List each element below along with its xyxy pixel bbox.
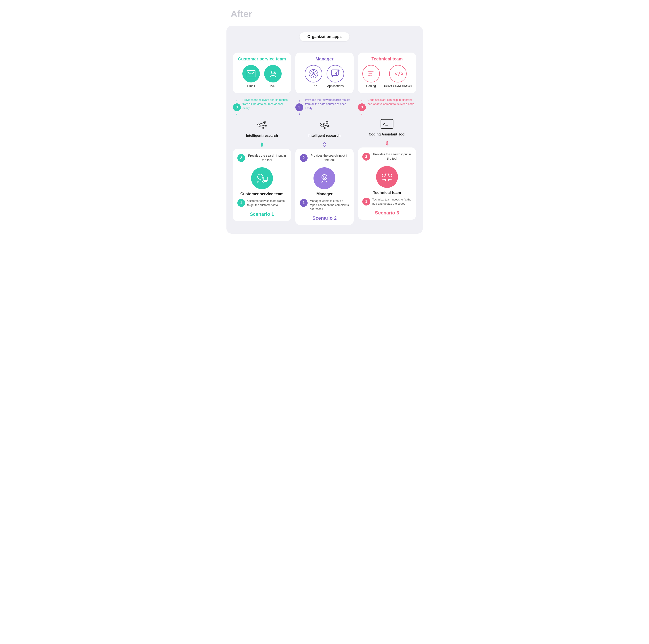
main-container: Organization apps Customer service team	[226, 26, 423, 233]
col-customer: Customer service team Email	[233, 53, 291, 225]
customer-arrows: ↑ 3 ↓	[233, 98, 241, 116]
svg-rect-0	[247, 71, 255, 77]
manager-step3-text: Provides the relevant search results fro…	[305, 98, 350, 110]
svg-text:</>: </>	[394, 71, 403, 77]
svg-point-21	[313, 73, 314, 74]
coding-label: Coding	[366, 84, 376, 88]
manager-header: Manager	[299, 56, 350, 61]
customer-tool-label: Intelligent research	[233, 134, 291, 138]
technical-apps-row: 01000 10001 01001 Coding	[361, 65, 413, 88]
customer-scenario-label: Scenario 1	[237, 211, 287, 217]
technical-tool-label: Coding Assistant Tool	[358, 132, 416, 136]
customer-step3-area: ↑ 3 ↓ Provides the relevant search resul…	[233, 98, 291, 116]
svg-text:>_: >_	[383, 121, 388, 126]
customer-step3-badge: 3	[233, 103, 241, 111]
manager-step2-area: 2 Provides the search input in the tool	[300, 154, 349, 162]
manager-connector-arrow: ⇕	[295, 141, 354, 148]
erp-app: ERP	[305, 65, 322, 88]
technical-tool-icon: >_	[358, 119, 416, 129]
page-wrapper: After Organization apps Customer service…	[226, 9, 423, 233]
customer-apps-row: Email	[236, 65, 288, 88]
ivr-app: IVR	[264, 65, 282, 88]
columns-row: Customer service team Email	[233, 53, 416, 225]
manager-tool-label: Intelligent research	[295, 134, 354, 138]
manager-person-label: Manager	[300, 192, 349, 196]
svg-point-35	[325, 128, 326, 128]
svg-point-26	[321, 124, 322, 125]
customer-top-section: Customer service team Email	[233, 53, 291, 93]
erp-icon-circle	[305, 65, 322, 82]
technical-top-section: Technical team 01000 10001 01001	[358, 53, 416, 93]
manager-tool-icon	[295, 119, 354, 131]
col-technical: Technical team 01000 10001 01001	[358, 53, 416, 225]
customer-person-label: Customer service team	[237, 192, 287, 196]
customer-step2-area: 2 Provides the search input in the tool	[237, 154, 287, 162]
svg-line-32	[322, 126, 324, 128]
technical-connector-arrow: ⇕	[358, 140, 416, 147]
manager-step3-badge: 3	[295, 103, 303, 111]
manager-person-icon	[313, 167, 335, 189]
applications-icon-circle	[327, 65, 344, 82]
svg-point-43	[382, 174, 385, 177]
customer-person-icon	[251, 167, 273, 189]
svg-point-44	[386, 173, 389, 176]
svg-point-45	[389, 174, 392, 177]
org-apps-badge: Organization apps	[300, 32, 349, 41]
customer-step1-text: Customer service team wants to get the c…	[247, 199, 287, 207]
ivr-label: IVR	[270, 84, 275, 88]
ivr-icon-circle	[264, 65, 282, 82]
manager-step2-badge: 2	[300, 154, 308, 162]
svg-point-24	[338, 70, 339, 71]
svg-point-33	[327, 122, 328, 123]
technical-step1-badge: 1	[362, 198, 370, 206]
svg-line-30	[323, 123, 326, 124]
manager-scenario-card: 2 Provides the search input in the tool …	[295, 149, 354, 225]
technical-person-icon	[376, 166, 398, 188]
manager-apps-row: ERP	[299, 65, 350, 88]
svg-text:01001: 01001	[367, 74, 374, 77]
manager-step1-area: 1 Manager wants to create a report based…	[300, 199, 349, 211]
manager-step1-badge: 1	[300, 199, 308, 207]
svg-point-34	[328, 126, 329, 127]
technical-step1-text: Technical team needs to fix the bug and …	[373, 198, 412, 206]
technical-step1-area: 1 Technical team needs to fix the bug an…	[362, 198, 412, 206]
manager-step3-area: ↑ 3 ↓ Provides the relevant search resul…	[295, 98, 354, 116]
manager-step2-text: Provides the search input in the tool	[310, 154, 349, 162]
technical-scenario-label: Scenario 3	[362, 210, 412, 216]
customer-tool-icon	[233, 119, 291, 131]
technical-step2-badge: 2	[362, 153, 370, 161]
customer-step1-badge: 1	[237, 199, 245, 207]
email-app: Email	[242, 65, 260, 88]
manager-top-section: Manager	[295, 53, 354, 93]
erp-label: ERP	[310, 84, 317, 88]
technical-step3-badge: 3	[358, 103, 366, 111]
svg-point-12	[265, 126, 266, 127]
svg-point-14	[258, 174, 263, 179]
email-icon-circle	[242, 65, 260, 82]
customer-scenario-card: 2 Provides the search input in the tool	[233, 149, 291, 221]
svg-line-10	[260, 126, 262, 128]
coding-icon-circle: 01000 10001 01001	[362, 65, 380, 82]
technical-step2-area: 2 Provides the search input in the tool	[362, 152, 412, 161]
page-title: After	[231, 9, 423, 19]
applications-app: Applications	[327, 65, 344, 88]
manager-arrows: ↑ 3 ↓	[295, 98, 303, 116]
technical-scenario-card: 2 Provides the search input in the tool	[358, 147, 416, 220]
manager-step1-text: Manager wants to create a report based o…	[310, 199, 349, 211]
svg-line-8	[261, 123, 264, 124]
applications-label: Applications	[327, 84, 344, 88]
svg-point-4	[259, 124, 260, 125]
svg-point-11	[264, 122, 265, 123]
customer-connector-arrow: ⇕	[233, 141, 291, 148]
customer-header: Customer service team	[236, 56, 288, 61]
technical-step2-text: Provides the search input in the tool	[373, 152, 412, 161]
technical-step3-text-wrap: Code assistant can help in different par…	[367, 98, 416, 106]
customer-step1-area: 1 Customer service team wants to get the…	[237, 199, 287, 207]
svg-point-36	[322, 175, 327, 180]
debug-icon-circle: </>	[389, 65, 407, 82]
email-label: Email	[247, 84, 255, 88]
technical-person-label: Technical team	[362, 190, 412, 195]
svg-line-9	[261, 125, 265, 126]
customer-step3-text-wrap: Provides the relevant search results fro…	[243, 98, 291, 111]
technical-step3-area: ↑ 3 ↓ Code assistant can help in differe…	[358, 98, 416, 116]
